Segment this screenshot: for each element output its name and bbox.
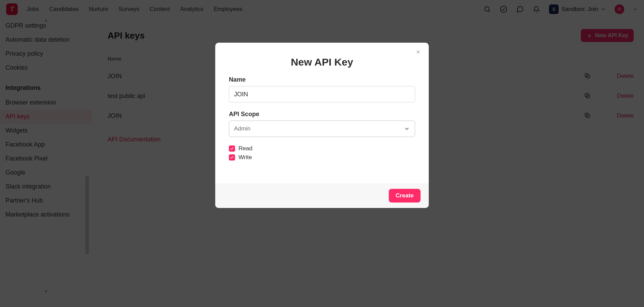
modal-title: New API Key xyxy=(229,56,415,68)
create-button[interactable]: Create xyxy=(389,189,421,203)
modal-footer: Create xyxy=(215,183,429,208)
scope-label: API Scope xyxy=(229,111,415,118)
scope-select[interactable]: Admin xyxy=(229,121,415,137)
scope-value: Admin xyxy=(234,125,250,132)
read-label: Read xyxy=(238,145,252,152)
name-label: Name xyxy=(229,76,415,83)
name-input[interactable] xyxy=(229,86,415,102)
checkbox-checked-icon xyxy=(229,154,235,161)
checkbox-checked-icon xyxy=(229,145,235,152)
write-checkbox-row[interactable]: Write xyxy=(229,154,415,161)
modal-overlay[interactable]: New API Key Name API Scope Admin Re xyxy=(0,0,644,307)
chevron-down-icon xyxy=(404,126,410,132)
write-label: Write xyxy=(238,154,252,161)
new-api-key-modal: New API Key Name API Scope Admin Re xyxy=(215,43,429,208)
read-checkbox-row[interactable]: Read xyxy=(229,145,415,152)
close-icon[interactable] xyxy=(414,48,422,56)
